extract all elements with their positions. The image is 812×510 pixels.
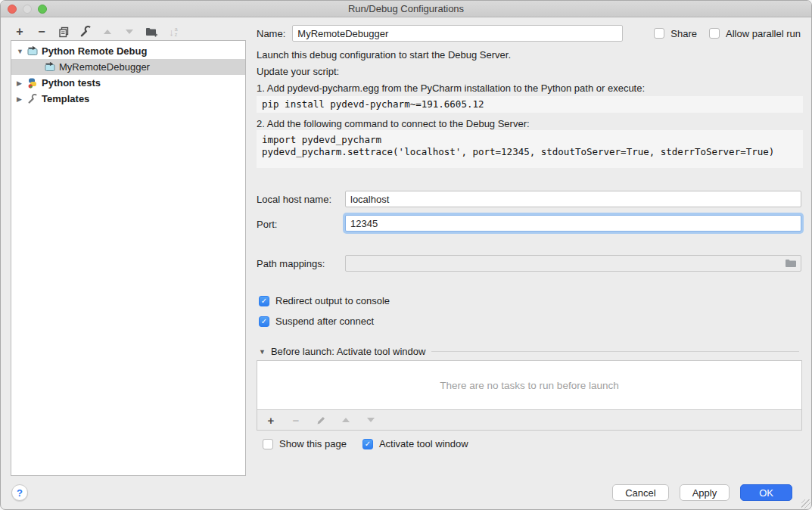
apply-button[interactable]: Apply bbox=[680, 484, 730, 501]
copy-configuration-icon[interactable] bbox=[57, 25, 70, 39]
move-up-icon bbox=[101, 25, 114, 39]
sort-configurations-icon: ↓ az bbox=[166, 25, 180, 39]
edit-templates-wrench-icon[interactable] bbox=[79, 25, 92, 39]
templates-wrench-icon bbox=[27, 94, 39, 104]
redirect-output-label: Redirect output to console bbox=[275, 295, 390, 306]
remote-debug-icon bbox=[45, 62, 56, 72]
move-task-up-icon bbox=[339, 413, 353, 427]
activate-tool-window-label: Activate tool window bbox=[379, 438, 468, 449]
remote-debug-icon bbox=[27, 46, 39, 56]
run-debug-configurations-dialog: Run/Debug Configurations + − ↓ az ▼ Pyth… bbox=[0, 0, 812, 510]
name-input[interactable] bbox=[292, 25, 623, 42]
remove-task-button: − bbox=[289, 413, 303, 427]
allow-parallel-option: Allow parallel run bbox=[709, 28, 801, 39]
collapsed-arrow-icon[interactable]: ▶ bbox=[17, 95, 27, 103]
browse-folder-icon[interactable] bbox=[785, 258, 797, 270]
name-row: Name: Share Allow parallel run bbox=[257, 24, 801, 42]
instruction-step-1: 1. Add pydevd-pycharm.egg from the PyCha… bbox=[257, 82, 645, 94]
before-launch-task-list[interactable]: There are no tasks to run before launch bbox=[257, 360, 802, 410]
configurations-tree: ▼ Python Remote Debug MyRemoteDebugger ▶… bbox=[11, 40, 246, 476]
share-label: Share bbox=[670, 28, 697, 39]
remove-configuration-button[interactable]: − bbox=[35, 25, 48, 39]
allow-parallel-run-label: Allow parallel run bbox=[726, 28, 801, 39]
close-window-button[interactable] bbox=[8, 5, 17, 14]
suspend-after-connect-option: Suspend after connect bbox=[259, 316, 374, 327]
allow-parallel-run-checkbox[interactable] bbox=[709, 28, 720, 39]
activate-tool-window-checkbox[interactable] bbox=[362, 439, 373, 449]
minimize-window-button[interactable] bbox=[23, 5, 32, 14]
collapsed-arrow-icon[interactable]: ▶ bbox=[17, 79, 27, 87]
instruction-step-2: 2. Add the following command to connect … bbox=[257, 118, 530, 129]
port-label: Port: bbox=[257, 219, 277, 230]
help-icon: ? bbox=[17, 487, 23, 499]
traffic-lights bbox=[8, 5, 47, 14]
cancel-button[interactable]: Cancel bbox=[612, 484, 668, 501]
tree-item-myremotedebugger[interactable]: MyRemoteDebugger bbox=[11, 59, 245, 75]
python-tests-icon bbox=[27, 78, 39, 88]
new-folder-icon[interactable] bbox=[145, 25, 158, 39]
before-launch-title: Before launch: Activate tool window bbox=[271, 346, 426, 357]
move-down-icon bbox=[123, 25, 136, 39]
add-configuration-button[interactable]: + bbox=[13, 25, 26, 39]
help-button[interactable]: ? bbox=[11, 484, 28, 501]
dialog-buttons: Cancel Apply OK bbox=[612, 484, 792, 501]
ok-button[interactable]: OK bbox=[740, 484, 792, 501]
show-this-page-label: Show this page bbox=[279, 438, 347, 449]
tree-item-label: Templates bbox=[42, 93, 89, 104]
move-task-down-icon bbox=[364, 413, 378, 427]
local-host-name-input[interactable] bbox=[345, 191, 801, 207]
tree-item-label: Python tests bbox=[42, 77, 101, 89]
titlebar[interactable]: Run/Debug Configurations bbox=[1, 1, 811, 17]
share-option: Share bbox=[654, 28, 697, 39]
edit-task-pencil-icon bbox=[314, 413, 328, 427]
redirect-output-checkbox[interactable] bbox=[259, 296, 269, 306]
path-mappings-label: Path mappings: bbox=[257, 258, 325, 269]
code-line-settrace: pydevd_pycharm.settrace('localhost', por… bbox=[262, 146, 798, 158]
pip-command-code: pip install pydevd-pycharm~=191.6605.12 bbox=[257, 96, 803, 113]
tree-item-label: Python Remote Debug bbox=[42, 45, 147, 57]
zoom-window-button[interactable] bbox=[38, 5, 47, 14]
suspend-after-connect-label: Suspend after connect bbox=[275, 316, 374, 327]
before-launch-header[interactable]: ▼ Before launch: Activate tool window bbox=[259, 346, 799, 357]
add-task-button[interactable]: + bbox=[264, 413, 278, 427]
page-options-row: Show this page Activate tool window bbox=[263, 438, 468, 449]
instruction-line-1: Launch this debug configuration to start… bbox=[257, 49, 511, 61]
path-mappings-field[interactable] bbox=[345, 255, 801, 272]
name-label: Name: bbox=[257, 28, 285, 39]
tree-item-label: MyRemoteDebugger bbox=[59, 61, 150, 73]
tree-item-python-tests[interactable]: ▶ Python tests bbox=[11, 75, 245, 91]
window-title: Run/Debug Configurations bbox=[1, 1, 811, 17]
tree-item-templates[interactable]: ▶ Templates bbox=[11, 91, 245, 107]
share-checkbox[interactable] bbox=[654, 28, 664, 39]
section-separator bbox=[431, 351, 799, 352]
resize-grip[interactable] bbox=[801, 499, 810, 508]
suspend-after-connect-checkbox[interactable] bbox=[259, 316, 269, 327]
settrace-code-block: import pydevd_pycharm pydevd_pycharm.set… bbox=[257, 130, 803, 168]
expanded-arrow-icon[interactable]: ▼ bbox=[17, 48, 27, 55]
tree-item-python-remote-debug[interactable]: ▼ Python Remote Debug bbox=[11, 43, 245, 59]
configurations-toolbar: + − ↓ az bbox=[13, 24, 180, 39]
instruction-line-2: Update your script: bbox=[257, 66, 339, 77]
code-line-import: import pydevd_pycharm bbox=[262, 134, 798, 146]
local-host-name-label: Local host name: bbox=[257, 194, 331, 205]
port-input[interactable] bbox=[345, 215, 801, 232]
show-this-page-checkbox[interactable] bbox=[263, 439, 273, 449]
section-collapse-arrow-icon[interactable]: ▼ bbox=[259, 348, 266, 356]
redirect-output-option: Redirect output to console bbox=[259, 295, 390, 306]
task-list-toolbar: + − bbox=[257, 410, 802, 431]
empty-task-list-text: There are no tasks to run before launch bbox=[440, 380, 618, 391]
